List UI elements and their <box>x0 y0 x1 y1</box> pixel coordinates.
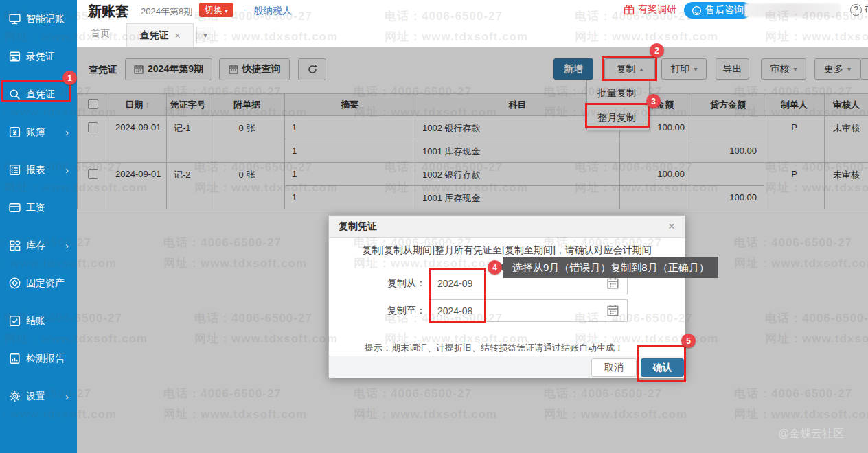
sidebar-item-label: 库存 <box>26 240 45 252</box>
top-header: 新账套 2024年第8期 切换▾ 一般纳税人 有奖调研 售后咨询 ← ?帮 <box>77 0 868 21</box>
confirm-button[interactable]: 确认 <box>641 358 684 377</box>
tab-home[interactable]: 首页 <box>91 27 110 40</box>
tab-close-icon[interactable]: × <box>174 30 180 41</box>
tab-list-dropdown[interactable]: ▾ <box>196 27 214 43</box>
svg-text:¥: ¥ <box>12 128 16 137</box>
sidebar-item-4[interactable]: ¥账簿› <box>0 113 77 151</box>
dialog-footer: 取消 确认 <box>329 356 685 378</box>
question-icon: ? <box>850 4 862 16</box>
chevron-right-icon: › <box>65 391 69 402</box>
sidebar-item-10[interactable]: 检测报告 <box>0 340 77 378</box>
calendar-icon[interactable] <box>607 277 619 289</box>
sidebar-item-label: 智能记账 <box>26 13 65 25</box>
sidebar-item-6[interactable]: 工资 <box>0 189 77 226</box>
chevron-right-icon: › <box>65 164 69 176</box>
asset-icon <box>8 277 21 290</box>
yen-icon: ¥ <box>8 126 21 139</box>
sidebar-item-1[interactable]: 智能记账 <box>0 0 77 38</box>
caret-down-icon: ▾ <box>225 7 228 14</box>
gift-icon <box>624 4 635 15</box>
dialog-title: 复制凭证 <box>339 220 377 233</box>
tab-voucher-query[interactable]: 查凭证 × <box>126 23 194 47</box>
sidebar-item-label: 报表 <box>26 164 45 176</box>
sidebar-item-9[interactable]: 结账 <box>0 302 77 340</box>
chevron-right-icon: › <box>65 126 69 138</box>
gear-icon <box>8 390 21 404</box>
current-period: 2024年第8期 <box>141 5 192 18</box>
sidebar-item-label: 固定资产 <box>26 277 65 290</box>
report-icon <box>8 163 21 177</box>
switch-workbook-button[interactable]: 切换▾ <box>199 3 233 17</box>
back-arrow-icon: ← <box>733 4 742 15</box>
sidebar-item-8[interactable]: 固定资产 <box>0 264 77 302</box>
taxpayer-type-link[interactable]: 一般纳税人 <box>244 5 292 17</box>
redacted-user-info <box>744 3 841 17</box>
sidebar-item-label: 查凭证 <box>26 89 55 101</box>
sidebar-item-3[interactable]: 查凭证 <box>0 76 77 113</box>
app-root: 智能记账录凭证查凭证¥账簿›报表›工资库存›固定资产结账检测报告设置› 新账套 … <box>0 0 868 453</box>
caret-down-icon: ▾ <box>203 32 207 39</box>
sidebar-item-label: 设置 <box>26 391 45 403</box>
sidebar-item-label: 账簿 <box>26 126 45 139</box>
dialog-titlebar: 复制凭证 × <box>329 216 685 238</box>
check-report-icon <box>8 352 21 366</box>
survey-link[interactable]: 有奖调研 <box>624 3 676 16</box>
dialog-message: 复制[复制从期间]整月所有凭证至[复制至期间]，请确认对应会计期间 <box>329 244 685 257</box>
form-icon <box>8 50 21 64</box>
sidebar-item-5[interactable]: 报表› <box>0 151 77 189</box>
workbook-title: 新账套 <box>88 2 129 21</box>
sidebar-item-2[interactable]: 录凭证 <box>0 38 77 76</box>
annotation-tooltip: 选择从9月（错误月）复制到8月（正确月） <box>503 257 718 278</box>
search-icon <box>8 88 21 102</box>
sidebar-item-label: 结账 <box>26 315 45 327</box>
sidebar-item-11[interactable]: 设置› <box>0 378 77 415</box>
sidebar: 智能记账录凭证查凭证¥账簿›报表›工资库存›固定资产结账检测报告设置› <box>0 0 77 453</box>
copy-from-label: 复制从： <box>363 277 426 290</box>
copy-to-row: 复制至： <box>329 299 685 322</box>
sidebar-item-label: 工资 <box>26 202 45 214</box>
copy-voucher-dialog: 复制凭证 × 复制[复制从期间]整月所有凭证至[复制至期间]，请确认对应会计期间… <box>328 215 685 378</box>
sidebar-item-label: 检测报告 <box>26 353 65 365</box>
copy-to-label: 复制至： <box>363 305 426 317</box>
monitor-icon <box>8 12 21 26</box>
dialog-close-icon[interactable]: × <box>668 220 675 233</box>
tooltip-arrow-icon <box>499 263 503 271</box>
headset-icon <box>692 5 702 16</box>
sidebar-item-7[interactable]: 库存› <box>0 226 77 264</box>
chevron-right-icon: › <box>65 240 69 251</box>
dialog-hint: 提示：期末调汇、计提折旧、结转损益凭证请通过结账自动生成！ <box>365 342 624 354</box>
cancel-button[interactable]: 取消 <box>591 358 637 377</box>
copy-to-input[interactable] <box>430 299 628 322</box>
tab-bar: 首页 查凭证 × ▾ <box>77 21 868 47</box>
help-link[interactable]: ?帮 <box>850 3 868 16</box>
calendar-icon[interactable] <box>607 305 619 316</box>
closing-icon <box>8 314 21 328</box>
salary-icon <box>8 201 21 215</box>
sidebar-item-label: 录凭证 <box>26 51 55 63</box>
inventory-icon <box>8 239 21 253</box>
